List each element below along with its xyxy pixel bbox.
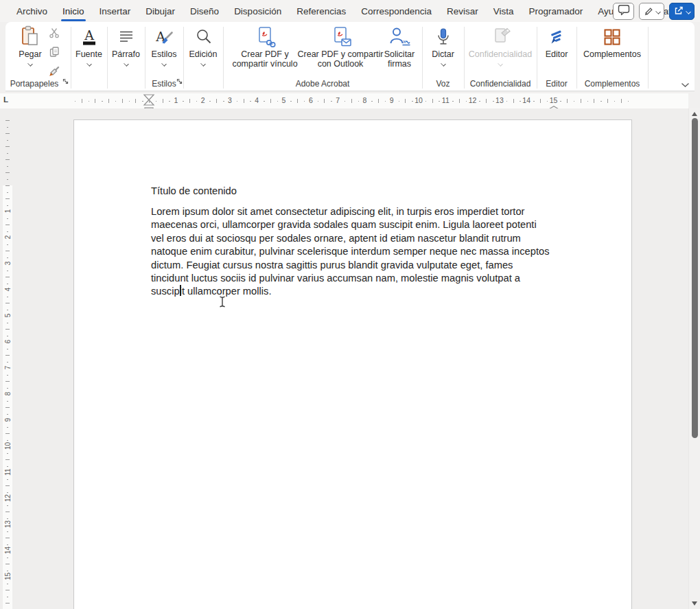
paste-button[interactable]: Pegar xyxy=(12,25,48,66)
ruler-dot xyxy=(600,101,602,102)
ruler-dot xyxy=(169,101,170,102)
paste-clipboard-icon xyxy=(19,25,41,49)
magnifier-icon xyxy=(194,25,213,49)
ruler-number: 1 xyxy=(172,96,180,104)
ruler-number: 12 xyxy=(4,494,12,503)
ruler-dot xyxy=(7,558,8,559)
copy-button[interactable] xyxy=(47,47,62,60)
tab-diseno[interactable]: Diseño xyxy=(183,0,226,22)
ruler-number: 14 xyxy=(4,547,12,555)
tab-insertar[interactable]: Insertar xyxy=(92,0,139,22)
comments-button[interactable] xyxy=(613,3,634,20)
ruler-number: 1 xyxy=(4,207,12,216)
ruler-tick xyxy=(351,99,352,103)
dialog-launcher-icon[interactable] xyxy=(176,76,183,88)
editing-button[interactable]: Edición xyxy=(187,25,220,66)
format-painter-button[interactable] xyxy=(47,66,62,79)
document-body-paragraph[interactable]: Lorem ipsum dolor sit amet consectetur a… xyxy=(151,205,552,299)
document-title[interactable]: Título de contenido xyxy=(151,185,237,196)
styles-icon: A xyxy=(154,25,174,49)
ruler-dot xyxy=(7,297,8,298)
ruler-tick xyxy=(5,459,10,460)
tab-label: Archivo xyxy=(16,6,47,16)
addins-button[interactable]: Complementos xyxy=(576,25,648,59)
tab-label: Diseño xyxy=(190,6,219,16)
tab-dibujar[interactable]: Dibujar xyxy=(138,0,183,22)
tab-revisar[interactable]: Revisar xyxy=(439,0,486,22)
tab-correspondencia[interactable]: Correspondencia xyxy=(353,0,439,22)
group-label-confidencialidad: Confidencialidad xyxy=(464,79,537,89)
ibeam-cursor-icon xyxy=(218,295,226,311)
ruler-tick xyxy=(82,99,82,103)
dialog-launcher-icon[interactable] xyxy=(62,76,69,88)
document-canvas[interactable]: 123456789101112131415 Título de contenid… xyxy=(0,108,688,609)
ruler-tick xyxy=(513,99,514,103)
ruler-dot xyxy=(89,101,90,102)
vertical-ruler[interactable]: 123456789101112131415 xyxy=(3,110,12,609)
vertical-scrollbar[interactable] xyxy=(688,108,700,609)
group-complementos: Complementos Complementos xyxy=(576,22,648,91)
ruler-dot xyxy=(587,101,589,102)
ruler-number: 3 xyxy=(226,96,234,104)
group-editor: Editor Editor xyxy=(537,22,576,91)
ruler-dot xyxy=(7,466,8,468)
ruler-dot xyxy=(318,101,319,102)
scroll-down-arrow-icon[interactable] xyxy=(692,601,697,606)
tab-referencias[interactable]: Referencias xyxy=(289,0,353,22)
chevron-down-icon xyxy=(124,61,129,67)
ruler-dot xyxy=(7,257,8,259)
tab-archivo[interactable]: Archivo xyxy=(9,0,55,22)
svg-text:A: A xyxy=(84,27,94,43)
tab-label: Revisar xyxy=(447,6,478,16)
group-label-editor: Editor xyxy=(537,79,576,89)
horizontal-ruler[interactable]: L 123456789101112131415 xyxy=(0,93,688,108)
collapse-ribbon-button[interactable] xyxy=(681,78,690,91)
scroll-up-arrow-icon[interactable] xyxy=(692,112,697,116)
dictate-button[interactable]: Dictar xyxy=(427,25,459,66)
ruler-tick xyxy=(5,159,10,160)
group-divider xyxy=(648,27,649,89)
ruler-dot xyxy=(345,101,346,102)
ruler-dot xyxy=(7,140,8,141)
ruler-tick xyxy=(405,99,406,103)
tab-vista[interactable]: Vista xyxy=(486,0,522,22)
create-pdf-outlook-button[interactable]: Crear PDF y compartir con Outlook xyxy=(296,25,385,69)
paragraph-button[interactable]: Párrafo xyxy=(109,25,143,66)
font-button[interactable]: A Fuente xyxy=(72,25,106,66)
create-pdf-link-button[interactable]: Crear PDF y compartir vínculo xyxy=(226,25,303,69)
ruler-tick xyxy=(189,99,190,103)
tab-disposicion[interactable]: Disposición xyxy=(226,0,289,22)
tab-label: Disposición xyxy=(234,6,281,16)
ruler-dot xyxy=(7,414,8,415)
scrollbar-thumb[interactable] xyxy=(692,118,698,438)
cut-button[interactable] xyxy=(47,27,62,41)
draw-button[interactable] xyxy=(639,3,664,20)
ruler-dot xyxy=(628,101,629,102)
ruler-dot xyxy=(7,440,8,441)
document-page[interactable]: Título de contenido Lorem ipsum dolor si… xyxy=(73,119,632,609)
tab-label: Referencias xyxy=(296,6,346,16)
tab-label: Insertar xyxy=(100,6,131,16)
ruler-number: 15 xyxy=(4,573,12,581)
editor-button[interactable]: Editor xyxy=(540,25,573,59)
chevron-down-icon xyxy=(441,61,446,67)
tab-programador[interactable]: Programador xyxy=(522,0,591,22)
ruler-tick xyxy=(5,485,10,486)
ruler-number: 9 xyxy=(4,416,12,424)
ruler-tick xyxy=(163,99,163,103)
tab-inicio[interactable]: Inicio xyxy=(55,0,92,22)
group-label-estilos: Estilos xyxy=(149,79,179,89)
ruler-number: 10 xyxy=(415,96,423,104)
sensitivity-button[interactable]: Confidencialidad xyxy=(464,25,537,66)
ruler-dot xyxy=(7,375,8,376)
tab-stop-selector[interactable]: L xyxy=(3,95,8,104)
chevron-down-icon xyxy=(200,61,206,67)
ruler-dot xyxy=(7,362,8,363)
tab-label: Dibujar xyxy=(145,6,175,16)
share-button[interactable] xyxy=(669,3,695,20)
pdf-envelope-icon xyxy=(329,25,352,49)
request-signatures-label: Solicitar firmas xyxy=(378,49,421,69)
request-signatures-button[interactable]: x Solicitar firmas xyxy=(378,25,421,69)
styles-button[interactable]: A Estilos xyxy=(148,25,180,66)
chevron-down-icon xyxy=(161,61,167,67)
